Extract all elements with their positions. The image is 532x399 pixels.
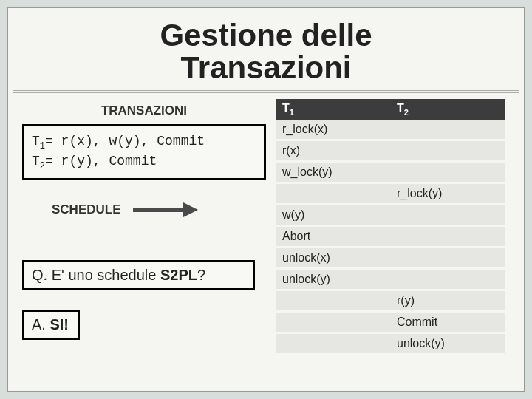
cell-t2 [391,270,505,289]
table-header-row: T1 T2 [276,99,505,120]
table-row: unlock(x) [276,248,505,267]
answer-box: A. SI! [22,310,80,340]
schedule-table: T1 T2 r_lock(x) r(x) w_lock(y) [276,99,505,353]
cell-t2: r_lock(y) [391,184,505,203]
t2-definition: T2= r(y), Commit [32,152,256,172]
content-area: TRANSAZIONI T1= r(x), w(y), Commit T2= r… [13,93,519,378]
schedule-heading-row: SCHEDULE [22,201,266,219]
schedule-heading: SCHEDULE [52,202,121,217]
cell-t1: w(y) [276,205,391,225]
transazioni-heading: TRANSAZIONI [22,103,266,118]
cell-t2: unlock(y) [391,334,505,353]
left-column: TRANSAZIONI T1= r(x), w(y), Commit T2= r… [22,99,266,340]
cell-t1 [276,184,391,203]
cell-t1: r(x) [276,141,391,160]
arrow-right-icon [132,201,198,219]
cell-t2 [391,120,505,139]
table-row: Commit [276,313,505,332]
t2-label: T [32,154,40,168]
table-row: Abort [276,227,505,246]
answer-prefix: A. [32,316,50,332]
col-header-t2: T2 [391,99,505,120]
cell-t1 [276,334,391,353]
col-header-t2-label: T [397,102,404,115]
col-header-t1-label: T [282,102,290,115]
t1-subscript: 1 [40,141,45,151]
table-row: r(x) [276,141,505,160]
title-line-2: Transazioni [180,50,351,85]
cell-t1: unlock(y) [276,270,391,289]
question-prefix: Q. E' uno schedule [32,267,160,283]
answer-bold: SI! [50,316,69,332]
cell-t2 [391,227,505,246]
cell-t2 [391,205,505,225]
cell-t2: Commit [391,313,505,332]
table-row: r(y) [276,291,505,310]
table-row: unlock(y) [276,270,505,289]
table-row: w(y) [276,205,505,225]
t2-subscript: 2 [40,161,45,171]
right-column: T1 T2 r_lock(x) r(x) w_lock(y) [276,99,505,353]
cell-t2 [391,141,505,160]
t2-body: = r(y), Commit [45,154,157,168]
slide-title: Gestione delle Transazioni [13,13,519,89]
question-box: Q. E' uno schedule S2PL? [22,260,255,290]
cell-t2: r(y) [391,291,505,310]
col-header-t2-sub: 2 [404,108,409,117]
t1-body: = r(x), w(y), Commit [45,134,205,149]
question-bold: S2PL [160,267,197,283]
slide: Gestione delle Transazioni TRANSAZIONI T… [7,7,525,392]
slide-inner-border: Gestione delle Transazioni TRANSAZIONI T… [13,13,519,386]
cell-t1: unlock(x) [276,248,391,267]
cell-t1: r_lock(x) [276,120,391,139]
svg-marker-1 [183,202,198,217]
cell-t1: Abort [276,227,391,246]
table-row: unlock(y) [276,334,505,353]
cell-t2 [391,248,505,267]
col-header-t1-sub: 1 [290,108,294,117]
cell-t1 [276,313,391,332]
title-line-1: Gestione delle [160,18,372,52]
cell-t2 [391,163,505,182]
col-header-t1: T1 [276,99,391,120]
t1-definition: T1= r(x), w(y), Commit [32,132,256,152]
question-suffix: ? [197,267,205,283]
table-row: r_lock(x) [276,120,505,139]
t1-label: T [32,134,40,149]
cell-t1 [276,291,391,310]
cell-t1: w_lock(y) [276,163,391,182]
table-row: w_lock(y) [276,163,505,182]
transactions-box: T1= r(x), w(y), Commit T2= r(y), Commit [22,124,266,180]
schedule-table-body: r_lock(x) r(x) w_lock(y) r_lock(y) w(y) … [276,120,505,353]
table-row: r_lock(y) [276,184,505,203]
